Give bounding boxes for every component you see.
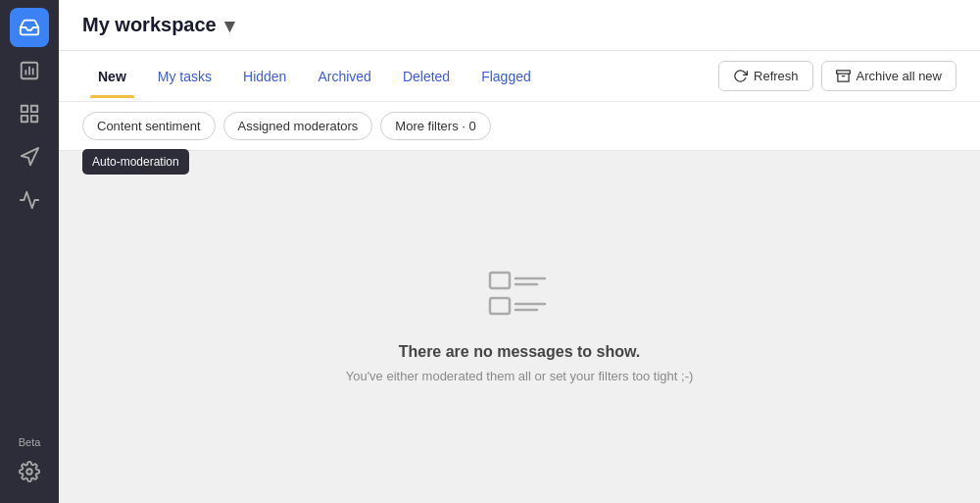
chart-icon xyxy=(19,60,40,81)
tabs-list: New My tasks Hidden Archived Deleted Fla… xyxy=(82,55,718,98)
svg-point-8 xyxy=(26,469,32,475)
tab-hidden[interactable]: Hidden xyxy=(227,55,302,98)
archive-all-new-button[interactable]: Archive all new xyxy=(821,61,956,91)
megaphone-icon xyxy=(19,146,40,168)
content-sentiment-filter[interactable]: Content sentiment xyxy=(82,112,216,140)
empty-state: There are no messages to show. You've ei… xyxy=(59,151,980,503)
tab-new[interactable]: New xyxy=(82,55,142,98)
empty-state-title: There are no messages to show. xyxy=(399,343,641,361)
sidebar-item-moderation[interactable] xyxy=(10,94,49,133)
tab-deleted[interactable]: Deleted xyxy=(387,55,466,98)
svg-rect-5 xyxy=(31,106,37,112)
title-text: My workspace xyxy=(82,14,217,36)
refresh-button[interactable]: Refresh xyxy=(718,61,813,91)
tab-flagged[interactable]: Flagged xyxy=(466,55,547,98)
settings-icon xyxy=(19,461,40,482)
svg-rect-7 xyxy=(31,116,37,122)
filters-bar: Content sentiment Assigned moderators Mo… xyxy=(59,102,980,151)
header: My workspace ▾ xyxy=(59,0,980,51)
sidebar-item-inbox[interactable] xyxy=(10,8,49,47)
tabs-actions: Refresh Archive all new xyxy=(718,61,956,91)
sidebar-item-chart[interactable] xyxy=(10,51,49,90)
empty-state-subtitle: You've either moderated them all or set … xyxy=(346,369,694,383)
auto-moderation-tooltip: Auto-moderation xyxy=(82,149,189,175)
svg-rect-9 xyxy=(836,71,850,74)
workspace-title: My workspace ▾ xyxy=(82,14,234,37)
tabs-bar: New My tasks Hidden Archived Deleted Fla… xyxy=(59,51,980,102)
sidebar-item-campaigns[interactable] xyxy=(10,137,49,176)
svg-rect-11 xyxy=(490,273,510,288)
archive-icon xyxy=(836,69,851,83)
more-filters-button[interactable]: More filters · 0 xyxy=(380,112,490,140)
assigned-moderators-filter[interactable]: Assigned moderators xyxy=(223,112,373,140)
analytics-icon xyxy=(19,189,40,211)
empty-state-icon xyxy=(488,271,551,324)
svg-rect-6 xyxy=(22,116,27,122)
beta-label: Beta xyxy=(19,436,41,448)
svg-rect-14 xyxy=(490,298,510,314)
sidebar-item-analytics[interactable] xyxy=(10,180,49,220)
chevron-down-icon[interactable]: ▾ xyxy=(224,14,234,37)
main-content: My workspace ▾ New My tasks Hidden Archi… xyxy=(59,0,980,503)
tab-archived[interactable]: Archived xyxy=(302,55,386,98)
tab-my-tasks[interactable]: My tasks xyxy=(142,55,227,98)
inbox-icon xyxy=(19,17,40,38)
moderation-icon xyxy=(19,103,40,125)
refresh-icon xyxy=(733,69,748,83)
svg-rect-4 xyxy=(22,106,27,112)
sidebar: Beta xyxy=(0,0,59,503)
sidebar-item-settings[interactable] xyxy=(10,452,49,491)
